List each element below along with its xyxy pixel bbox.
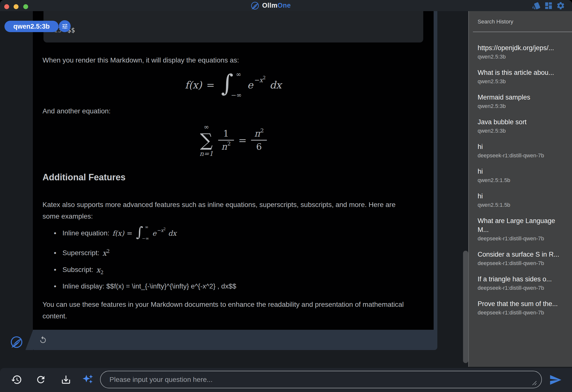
replay-icon	[39, 336, 47, 344]
resize-handle-icon[interactable]	[530, 379, 537, 386]
math-lhs: f(x)	[185, 79, 202, 91]
markdown-body: 13 $$ When you render this Markdown, it …	[33, 11, 434, 330]
dashboard-button[interactable]	[544, 1, 553, 10]
inline-math-subscript: x2	[96, 266, 104, 274]
math-e-base: e	[247, 79, 253, 91]
inline-math-superscript: x2	[102, 249, 110, 257]
theme-palette-button[interactable]	[532, 1, 541, 10]
ai-suggest-button[interactable]	[82, 373, 94, 386]
history-item[interactable]: Mermaid samples qwen2.5:3b	[478, 93, 565, 111]
history-icon	[11, 374, 22, 385]
chat-scrollbar-thumb[interactable]	[463, 251, 468, 363]
fraction-pi-squared-over-six: π2 6	[251, 129, 267, 151]
display-equation-basel: ∞ ∑ n=1 1 n2 = π2 6	[33, 122, 434, 158]
bullet-label: Inline equation:	[63, 229, 109, 237]
search-history-panel: Search History https://openjdk.org/jeps/…	[468, 11, 572, 367]
inline-equation: f(x) = ∫ ∞ −∞ e −x2 dx	[112, 225, 176, 241]
paragraph-katex-features: Katex also supports more advanced featur…	[42, 199, 413, 222]
bullet-inline-equation: Inline equation: f(x) = ∫ ∞ −∞ e −x2 dx	[54, 225, 176, 242]
summation-group: ∞ ∑ n=1	[200, 124, 213, 157]
reload-button[interactable]	[35, 374, 46, 385]
export-button[interactable]	[61, 374, 71, 385]
composer-bar	[0, 368, 572, 392]
math-dx: dx	[270, 79, 281, 91]
bullet-subscript: Subscript: x2	[54, 264, 104, 275]
question-input[interactable]	[100, 371, 542, 388]
sum-lower-limit: n=1	[200, 150, 213, 157]
app-window: OllmOne 13	[0, 0, 572, 392]
bullet-superscript: Superscript: x2	[54, 248, 110, 258]
integral-upper-limit: ∞	[236, 71, 241, 78]
titlebar-actions	[532, 0, 565, 11]
history-item[interactable]: What is this article abou... qwen2.5:3b	[478, 68, 565, 86]
history-item[interactable]: If a triangle has sides o... deepseek-r1…	[478, 275, 565, 292]
heading-additional-features: Additional Features	[42, 172, 126, 183]
integral-group: ∫ ∞ −∞	[221, 71, 247, 99]
history-item[interactable]: Prove that the sum of the... deepseek-r1…	[478, 299, 565, 317]
feather-logo-icon	[251, 1, 259, 10]
history-item[interactable]: Java bubble sort qwen2.5:3b	[478, 118, 565, 135]
display-equation-integral: f(x) = ∫ ∞ −∞ e −x2 dx	[33, 70, 434, 100]
model-settings-button[interactable]	[59, 20, 71, 32]
send-icon	[549, 373, 562, 386]
math-equals: =	[206, 79, 215, 91]
close-button[interactable]	[4, 4, 9, 9]
integral-lower-limit: −∞	[231, 91, 242, 99]
settings-button[interactable]	[556, 1, 565, 10]
fraction-bar	[251, 140, 267, 141]
download-icon	[61, 374, 71, 385]
tune-icon	[62, 23, 68, 30]
regenerate-button[interactable]	[39, 336, 47, 344]
bullet-label: Superscript:	[63, 249, 99, 257]
message-bubble-tail	[25, 330, 33, 350]
sidebar-divider	[473, 32, 572, 32]
zoom-button[interactable]	[23, 4, 28, 9]
app-title: OllmOne	[262, 2, 291, 9]
math-exponent: −x2	[254, 76, 266, 84]
bullet-label: Subscript:	[63, 266, 93, 274]
dashboard-icon	[544, 1, 553, 10]
palette-icon	[532, 1, 541, 10]
bullet-inline-display: Inline display: $$f(x) = \int_{-\infty}^…	[54, 281, 236, 292]
code-block: 13 $$	[43, 11, 423, 42]
history-item[interactable]: Consider a surface S in R... deepseek-r1…	[478, 250, 565, 268]
model-chip[interactable]: qwen2.5:3b	[4, 21, 59, 32]
assistant-avatar	[10, 335, 23, 349]
history-item[interactable]: https://openjdk.org/jeps/... qwen2.5:3b	[478, 43, 565, 61]
bullet-text: Inline display: $$f(x) = \int_{-\infty}^…	[63, 282, 236, 290]
sidebar-title: Search History	[478, 19, 572, 25]
paragraph-another-equation: And another equation:	[42, 105, 413, 117]
paragraph-usage: You can use these features in your Markd…	[42, 299, 413, 322]
history-item[interactable]: hi qwen2.5:1.5b	[478, 167, 565, 185]
sigma-sign: ∑	[200, 131, 213, 149]
sparkles-icon	[82, 373, 94, 386]
history-item[interactable]: What are Large Language M... deepseek-r1…	[478, 216, 565, 243]
titlebar: OllmOne	[0, 0, 572, 11]
feather-logo-icon	[10, 335, 23, 349]
app-brand: OllmOne	[251, 0, 291, 11]
history-item[interactable]: hi deepseek-r1:distill-qwen-7b	[478, 142, 565, 160]
minimize-button[interactable]	[14, 4, 19, 9]
fraction-one-over-n-squared: 1 n2	[218, 129, 234, 151]
history-list: https://openjdk.org/jeps/... qwen2.5:3b …	[478, 43, 565, 317]
math-equals: =	[238, 135, 247, 146]
paragraph-render-intro: When you render this Markdown, it will d…	[42, 54, 413, 66]
history-button[interactable]	[11, 374, 22, 385]
gear-icon	[556, 1, 565, 10]
refresh-icon	[35, 374, 46, 385]
fraction-bar	[218, 140, 234, 141]
sum-upper-limit: ∞	[204, 124, 209, 130]
history-item[interactable]: hi qwen2.5:1.5b	[478, 192, 565, 209]
send-button[interactable]	[549, 373, 562, 386]
